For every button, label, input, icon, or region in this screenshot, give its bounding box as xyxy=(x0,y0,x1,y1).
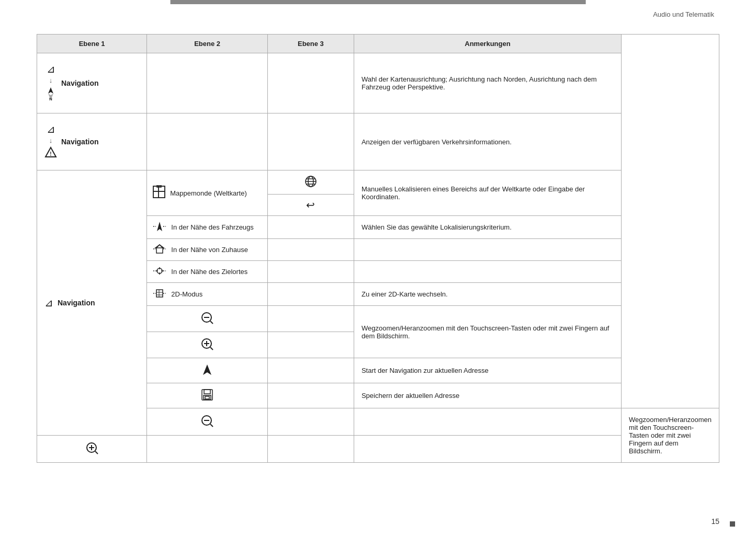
ebene2-near-vehicle: In der Nähe des Fahrzeugs xyxy=(147,216,268,239)
return-icon: ↩ xyxy=(306,199,315,211)
page-title: Audio und Telematik xyxy=(653,10,714,18)
icon-group-1: ⊿ ↓ N xyxy=(44,64,57,102)
ebene2-row5 xyxy=(147,436,268,463)
arrow-down-icon: ↓ xyxy=(49,76,53,84)
near-vehicle-icon xyxy=(152,221,167,234)
ebene2-zoom-out xyxy=(147,306,268,332)
near-vehicle-label: In der Nähe des Fahrzeugs xyxy=(171,223,254,231)
icon-group-3: ⊿ xyxy=(44,296,53,309)
svg-rect-32 xyxy=(156,290,163,297)
svg-rect-8 xyxy=(153,191,159,198)
svg-line-38 xyxy=(210,321,213,324)
anmerkungen-mappemonde: Manuelles Lokalisieren eines Bereichs au… xyxy=(354,170,621,216)
mappemonde-icon xyxy=(152,185,166,201)
anmerkungen-navigate: Start der Navigation zur aktuellen Adres… xyxy=(354,358,621,383)
anmerkungen-row4: Wegzoomen/Heranzoomen mit den Touchscree… xyxy=(621,408,719,463)
svg-rect-47 xyxy=(205,396,209,399)
zoom-out-main-icon xyxy=(200,421,214,429)
ebene1-zoom-out xyxy=(147,408,268,436)
near-home-item: In der Nähe von Zuhause xyxy=(152,243,262,256)
svg-marker-18 xyxy=(157,222,162,231)
table-row: ⊿ ↓ ! Navigation xyxy=(37,113,719,170)
svg-rect-45 xyxy=(204,390,210,394)
warning-triangle-icon: ! xyxy=(44,146,57,159)
globe-icon xyxy=(304,182,318,190)
2d-item: 2D-Modus xyxy=(152,288,262,301)
save-icon xyxy=(201,395,213,403)
ebene1-cell-2: ⊿ ↓ ! Navigation xyxy=(37,113,147,170)
ebene3-cell-1 xyxy=(267,53,354,113)
ebene3-save xyxy=(267,383,354,408)
near-vehicle-item: In der Nähe des Fahrzeugs xyxy=(152,221,262,234)
zoom-in-icon xyxy=(200,345,214,352)
svg-line-54 xyxy=(95,451,98,454)
ebene3-zoom-in xyxy=(267,332,354,358)
ebene1-zoom-in xyxy=(37,436,147,463)
page-number: 15 xyxy=(711,517,719,526)
ebene3-zoom-out xyxy=(267,306,354,332)
nav-cursor-icon-3: ⊿ xyxy=(44,296,53,309)
ebene2-mappemonde: Mappemonde (Weltkarte) xyxy=(147,170,268,216)
ebene1-cell-1: ⊿ ↓ N Navig xyxy=(37,53,147,113)
icon-group-2: ⊿ ↓ ! xyxy=(44,124,57,159)
nav-cursor-icon: ⊿ xyxy=(47,64,55,74)
ebene3-cell-2 xyxy=(267,113,354,170)
2d-mode-label: 2D-Modus xyxy=(171,290,202,298)
nav-label-1: Navigation xyxy=(61,79,99,87)
near-dest-label: In der Nähe des Zielortes xyxy=(171,268,247,276)
svg-line-42 xyxy=(210,347,213,350)
near-dest-item: In der Nähe des Zielortes xyxy=(152,265,262,278)
ebene2-cell-1 xyxy=(147,53,268,113)
anmerkungen-2d: Zu einer 2D-Karte wechseln. xyxy=(354,283,621,306)
ebene2-row4 xyxy=(267,408,354,436)
table-row: ⊿ ↓ N Navig xyxy=(37,53,719,113)
table-row xyxy=(37,436,719,463)
anmerkungen-save: Speichern der aktuellen Adresse xyxy=(354,383,621,408)
table-row: ⊿ Navigation xyxy=(37,170,719,195)
ebene2-cell-2 xyxy=(147,113,268,170)
anmerkungen-near-vehicle: Wählen Sie das gewählte Lokalisierungskr… xyxy=(354,216,621,239)
mappemonde-label: Mappemonde (Weltkarte) xyxy=(170,189,246,197)
anmerkungen-cell-1: Wahl der Kartenausrichtung; Ausrichtung … xyxy=(354,53,621,113)
ebene3-row5 xyxy=(267,436,354,463)
ebene3-2d xyxy=(267,283,354,306)
ebene3-navigate xyxy=(267,358,354,383)
nav-cursor-icon-2: ⊿ xyxy=(47,124,55,134)
col-header-ebene2: Ebene 2 xyxy=(147,35,268,53)
anmerkungen-zoom: Wegzoomen/Heranzoomen mit den Touchscree… xyxy=(354,306,621,358)
ebene3-near-dest xyxy=(267,261,354,283)
zoom-out-icon xyxy=(200,318,214,326)
ebene3-globe xyxy=(267,170,354,195)
col-header-ebene1: Ebene 1 xyxy=(37,35,147,53)
ebene3-row4 xyxy=(354,408,621,436)
anmerkungen-near-dest xyxy=(354,261,621,283)
ebene1-cell-3: ⊿ Navigation xyxy=(37,170,147,436)
anmerkungen-near-home xyxy=(354,239,621,261)
col-header-ebene3: Ebene 3 xyxy=(267,35,354,53)
svg-text:N: N xyxy=(49,97,52,101)
header-bar xyxy=(170,0,586,4)
ebene3-near-vehicle xyxy=(267,216,354,239)
arrow-down-icon-2: ↓ xyxy=(49,136,53,144)
anmerkungen-cell-2: Anzeigen der verfügbaren Verkehrsinforma… xyxy=(354,113,621,170)
nav-label-3: Navigation xyxy=(58,299,95,307)
near-home-icon xyxy=(152,243,167,256)
svg-marker-22 xyxy=(155,245,164,248)
svg-rect-9 xyxy=(159,191,165,198)
compass-north-icon: N xyxy=(44,86,57,102)
near-dest-icon xyxy=(152,265,167,278)
svg-text:!: ! xyxy=(50,151,51,157)
ebene2-zoom-in xyxy=(147,332,268,358)
ebene2-2d: 2D-Modus xyxy=(147,283,268,306)
svg-marker-43 xyxy=(203,364,211,375)
ebene2-navigate xyxy=(147,358,268,383)
page-marker xyxy=(730,521,735,527)
ebene2-save xyxy=(147,383,268,408)
zoom-in-main-icon xyxy=(85,449,99,457)
ebene2-near-dest: In der Nähe des Zielortes xyxy=(147,261,268,283)
navigate-icon xyxy=(201,370,213,378)
navigation-table: Ebene 1 Ebene 2 Ebene 3 Anmerkungen ⊿ ↓ xyxy=(37,34,719,463)
svg-rect-5 xyxy=(153,186,165,198)
svg-line-50 xyxy=(210,424,213,427)
near-home-label: In der Nähe von Zuhause xyxy=(171,246,248,254)
